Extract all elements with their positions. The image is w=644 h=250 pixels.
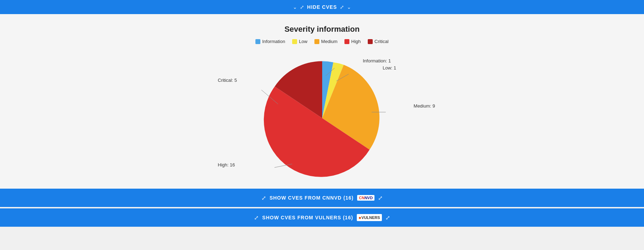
label-high-text: High: 16 [218, 162, 235, 167]
label-information-text: Information: 1 [363, 58, 391, 63]
label-high: High: 16 [218, 162, 235, 167]
expand-icon-left: ⤢ [300, 4, 304, 10]
main-content: Severity information Information Low Med… [0, 14, 644, 189]
legend-item-low: Low [292, 39, 307, 44]
legend-item-critical: Critical [368, 39, 389, 44]
label-critical-text: Critical: 5 [218, 78, 237, 83]
legend-label-low: Low [299, 39, 307, 44]
legend-dot-critical [368, 39, 373, 44]
expand-icon-vulners-left: ⤢ [254, 214, 259, 221]
show-cves-vulners-bar[interactable]: ⤢ SHOW CVES FROM VULNERS (16) ● VULNERS … [0, 208, 644, 227]
hide-cves-button[interactable]: HIDE CVES [307, 4, 337, 10]
label-critical: Critical: 5 [218, 78, 237, 83]
label-medium-text: Medium: 9 [414, 103, 435, 109]
top-bar[interactable]: ⌄ ⤢ HIDE CVES ⤢ ⌄ [0, 0, 644, 14]
legend-dot-medium [314, 39, 319, 44]
cnnvd-logo: CNNVD [357, 195, 374, 201]
label-low-text: Low: 1 [383, 65, 396, 71]
chevron-down-icon: ⌄ [293, 4, 297, 10]
legend-dot-high [344, 39, 349, 44]
label-low: Low: 1 [383, 65, 396, 71]
expand-icon-cnnvd-right: ⤢ [378, 195, 383, 201]
vulners-logo-text: VULNERS [361, 215, 380, 220]
chart-title: Severity information [284, 25, 360, 34]
legend-item-high: High [344, 39, 361, 44]
chevron-down-icon-2: ⌄ [347, 4, 351, 10]
bottom-bars: ⤢ SHOW CVES FROM CNNVD (16) CNNVD ⤢ ⤢ SH… [0, 189, 644, 227]
legend-dot-low [292, 39, 297, 44]
legend-label-information: Information [262, 39, 285, 44]
cnnvd-logo-cn: CN [359, 196, 365, 200]
legend-item-information: Information [255, 39, 285, 44]
cnnvd-bar-label[interactable]: SHOW CVES FROM CNNVD (16) [270, 195, 354, 201]
legend-label-medium: Medium [321, 39, 337, 44]
vulners-bar-label[interactable]: SHOW CVES FROM VULNERS (16) [262, 215, 353, 220]
legend-label-high: High [351, 39, 361, 44]
legend-item-medium: Medium [314, 39, 337, 44]
legend-label-critical: Critical [374, 39, 389, 44]
vulners-logo: ● VULNERS [357, 214, 382, 221]
chart-legend: Information Low Medium High Critical [255, 39, 389, 44]
show-cves-cnnvd-bar[interactable]: ⤢ SHOW CVES FROM CNNVD (16) CNNVD ⤢ [0, 189, 644, 207]
expand-icon-cnnvd-left: ⤢ [261, 195, 266, 201]
expand-icon-right: ⤢ [340, 4, 344, 10]
label-medium: Medium: 9 [414, 103, 435, 109]
chart-container: Information: 1 Low: 1 Medium: 9 High: 16… [199, 55, 446, 182]
pie-chart [262, 58, 382, 178]
expand-icon-vulners-right: ⤢ [385, 214, 390, 221]
legend-dot-information [255, 39, 260, 44]
cnnvd-logo-nvd: NVD [365, 196, 373, 200]
vulners-logo-v: ● [359, 215, 361, 220]
label-information: Information: 1 [363, 58, 391, 63]
